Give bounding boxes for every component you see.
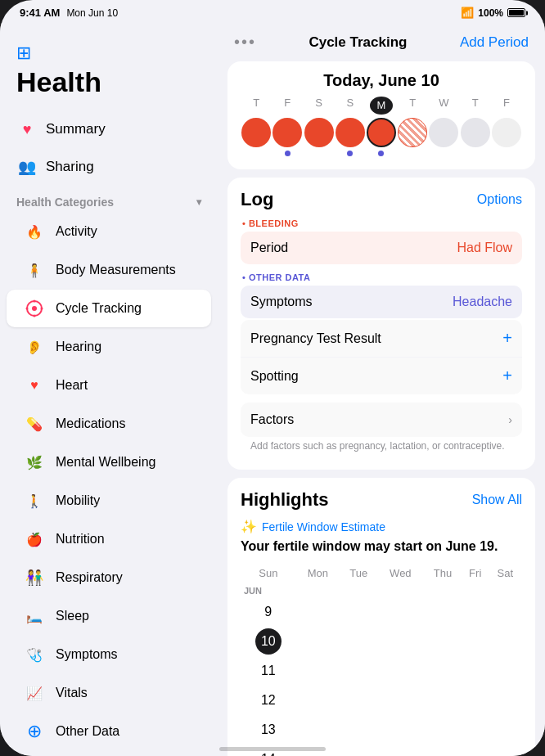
sidebar-header: ⊞ Health (0, 36, 218, 110)
fertile-badge: ✨ Fertile Window Estimate (241, 519, 522, 534)
sidebar-item-mental-wellbeing[interactable]: 🌿 Mental Wellbeing (7, 443, 211, 481)
show-all-button[interactable]: Show All (472, 493, 522, 507)
week-label-6: W (428, 97, 459, 115)
cal-cell-9[interactable]: 9 (241, 597, 296, 627)
sidebar-item-symptoms[interactable]: 🩺 Symptoms (7, 636, 211, 673)
sidebar-item-nutrition[interactable]: 🍎 Nutrition (7, 520, 211, 558)
fertile-window-label: Fertile Window Estimate (262, 520, 385, 533)
cal-header-sun: Sun (241, 564, 296, 583)
sleep-label: Sleep (56, 609, 89, 623)
status-date: Mon Jun 10 (66, 7, 118, 19)
sidebar-item-medications[interactable]: 💊 Medications (7, 405, 211, 443)
factors-chevron-icon: › (508, 413, 512, 426)
sidebar-item-summary[interactable]: ♥ Summary (0, 110, 218, 148)
dot-6 (441, 151, 447, 156)
cal-num-14: 14 (261, 752, 276, 756)
cycle-day-today[interactable] (366, 118, 397, 156)
cal-num-10: 10 (255, 628, 282, 655)
week-label-7: T (460, 97, 491, 115)
more-options-icon[interactable]: ••• (234, 33, 256, 52)
cal-cell-10[interactable]: 10 (241, 627, 296, 656)
page-title: Cycle Tracking (309, 34, 407, 51)
cal-cell-13[interactable]: 13 (241, 715, 296, 745)
status-time: 9:41 AM (20, 7, 60, 19)
week-label-0: T (241, 97, 272, 115)
week-label-1: F (272, 97, 303, 115)
hearing-icon: 👂 (23, 335, 46, 358)
categories-chevron-icon: ▾ (196, 196, 201, 208)
week-label-2: S (303, 97, 334, 115)
hearing-label: Hearing (56, 340, 101, 354)
cycle-day-2[interactable] (303, 118, 334, 156)
week-label-3: S (335, 97, 366, 115)
dot-today (378, 151, 384, 156)
period-circle-1 (272, 118, 302, 147)
cal-header-wed: Wed (377, 564, 423, 583)
pregnancy-test-row[interactable]: Pregnancy Test Result + (241, 320, 522, 358)
dot-0 (254, 151, 259, 156)
symptoms-row[interactable]: Symptoms Headache (241, 286, 522, 318)
summary-icon: ♥ (16, 119, 38, 140)
period-circle-today (367, 118, 396, 147)
nutrition-icon: 🍎 (23, 528, 46, 551)
sidebar-item-vitals[interactable]: 📈 Vitals (7, 674, 211, 712)
symptoms-label: Symptoms (250, 295, 313, 309)
other-data-label: Other Data (56, 724, 119, 739)
sidebar-item-cycle-tracking[interactable]: Cycle Tracking (7, 290, 211, 327)
medications-icon: 💊 (23, 412, 46, 435)
cycle-day-8[interactable] (491, 118, 522, 156)
mobility-icon: 🚶 (23, 489, 46, 512)
cal-header-row: Sun Mon Tue Wed Thu Fri Sat (241, 564, 522, 583)
cycle-day-7[interactable] (460, 118, 491, 156)
respiratory-icon: 👫 (23, 566, 46, 589)
calendar-date-title: Today, June 10 (241, 71, 522, 90)
cycle-day-5[interactable] (397, 118, 428, 156)
fertile-sparkle-icon: ✨ (241, 519, 257, 534)
log-options-button[interactable]: Options (477, 192, 522, 207)
log-header: Log Options (241, 189, 522, 210)
period-circle-0 (241, 118, 271, 147)
cal-num-12: 12 (261, 693, 276, 708)
sidebar-item-body-measurements[interactable]: 🧍 Body Measurements (7, 251, 211, 289)
cycle-day-0[interactable] (241, 118, 272, 156)
period-circle-6 (429, 118, 458, 147)
vitals-icon: 📈 (23, 682, 46, 704)
cal-num-11: 11 (261, 664, 276, 678)
spotting-row[interactable]: Spotting + (241, 358, 522, 394)
log-section: Log Options • BLEEDING Period Had Flow •… (227, 178, 535, 470)
cycle-day-3[interactable] (335, 118, 366, 156)
sidebar-item-sleep[interactable]: 🛏️ Sleep (7, 597, 211, 635)
period-circle-3 (336, 118, 365, 147)
cal-cell-12[interactable]: 12 (241, 686, 296, 715)
dot-3 (347, 151, 353, 156)
sidebar-item-heart[interactable]: ♥ Heart (7, 367, 211, 404)
sidebar-item-hearing[interactable]: 👂 Hearing (7, 328, 211, 366)
cal-month-label: JUN (241, 583, 522, 597)
cal-cell-11[interactable]: 11 (241, 656, 296, 686)
cycle-day-6[interactable] (428, 118, 459, 156)
spotting-plus-icon: + (502, 367, 512, 385)
sidebar-item-activity[interactable]: 🔥 Activity (7, 213, 211, 250)
sidebar-item-mobility[interactable]: 🚶 Mobility (7, 482, 211, 520)
body-measurements-icon: 🧍 (23, 259, 46, 281)
main-content: ••• Cycle Tracking Add Period Today, Jun… (218, 23, 545, 756)
fertile-description: Your fertile window may start on June 19… (241, 539, 522, 554)
sidebar-item-sharing[interactable]: 👥 Sharing (0, 148, 218, 186)
vitals-label: Vitals (56, 686, 88, 700)
add-period-button[interactable]: Add Period (460, 34, 529, 51)
sidebar-item-other-data[interactable]: ⊕ Other Data (7, 713, 211, 750)
factors-row[interactable]: Factors › (241, 403, 522, 437)
symptoms-label: Symptoms (56, 647, 118, 662)
app-title: Health (16, 67, 201, 97)
period-row[interactable]: Period Had Flow (241, 232, 522, 264)
cycle-tracking-icon (23, 297, 46, 320)
activity-label: Activity (56, 224, 97, 239)
medications-label: Medications (56, 416, 125, 431)
cycle-day-1[interactable] (272, 118, 303, 156)
highlights-title: Highlights (241, 489, 329, 511)
spotting-label: Spotting (250, 369, 299, 384)
dot-8 (503, 151, 509, 156)
nutrition-label: Nutrition (56, 532, 105, 547)
sidebar-item-respiratory[interactable]: 👫 Respiratory (7, 559, 211, 596)
other-data-log-label: • OTHER DATA (241, 272, 522, 282)
